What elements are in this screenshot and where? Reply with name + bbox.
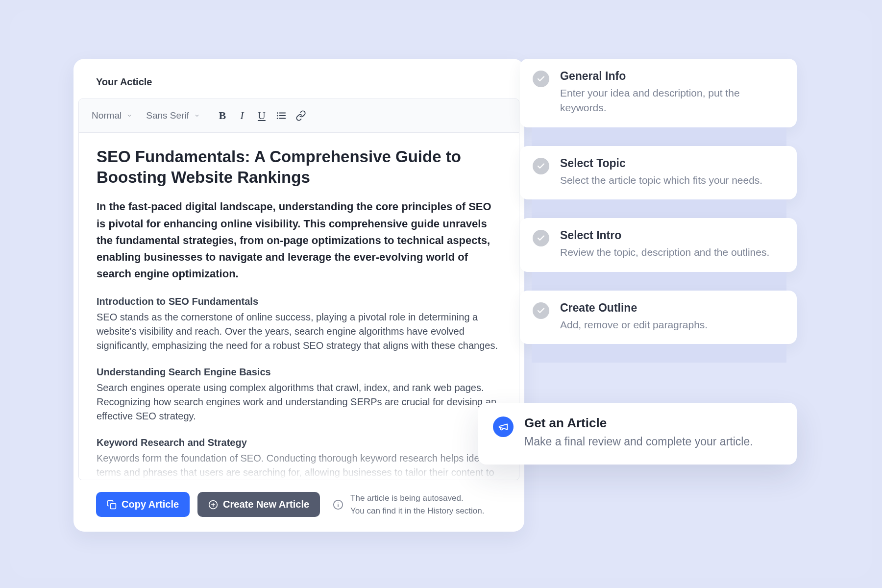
copy-article-button[interactable]: Copy Article: [96, 492, 190, 517]
section-body: Search engines operate using complex alg…: [97, 381, 501, 423]
editor-card: Your Acticle Normal Sans Serif B I U: [74, 59, 524, 532]
step-title: General Info: [560, 70, 782, 83]
step-general-info[interactable]: General Info Enter your idea and descrip…: [520, 59, 797, 127]
editor-footer: Copy Article Create New Article The arti…: [74, 480, 524, 532]
step-title: Create Outline: [560, 301, 708, 315]
article-title: SEO Fundamentals: A Comprehensive Guide …: [97, 147, 501, 188]
step-select-intro[interactable]: Select Intro Review the topic, descripti…: [520, 218, 797, 271]
article-section: Understanding Search Engine Basics Searc…: [97, 367, 501, 423]
step-connector: [532, 272, 786, 291]
editor-toolbar: Normal Sans Serif B I U: [79, 99, 519, 133]
section-body: Keywords form the foundation of SEO. Con…: [97, 451, 501, 480]
svg-point-3: [277, 112, 278, 114]
step-create-outline[interactable]: Create Outline Add, remove or edit parag…: [520, 291, 797, 344]
link-button[interactable]: [291, 107, 311, 124]
underline-icon: U: [258, 109, 266, 122]
chevron-down-icon: [126, 113, 132, 119]
bullet-list-button[interactable]: [271, 107, 291, 124]
font-family-select[interactable]: Sans Serif: [139, 107, 207, 124]
step-connector: [532, 344, 786, 363]
article-section: Keyword Research and Strategy Keywords f…: [97, 437, 501, 480]
step-connector: [532, 199, 786, 218]
check-icon: [533, 158, 549, 174]
editor-label: Your Acticle: [74, 76, 524, 98]
step-connector: [532, 127, 786, 146]
check-icon: [533, 230, 549, 246]
bold-icon: B: [219, 109, 226, 122]
article-body[interactable]: SEO Fundamentals: A Comprehensive Guide …: [79, 133, 519, 480]
underline-button[interactable]: U: [252, 107, 271, 124]
check-icon: [533, 302, 549, 319]
create-new-label: Create New Article: [223, 499, 309, 510]
copy-icon: [107, 500, 117, 510]
chevron-down-icon: [194, 113, 200, 119]
step-desc: Add, remove or edit paragraphs.: [560, 318, 708, 332]
step-title: Select Topic: [560, 157, 762, 170]
copy-article-label: Copy Article: [122, 499, 179, 510]
svg-point-12: [338, 502, 339, 503]
bold-button[interactable]: B: [213, 107, 232, 124]
step-desc: Enter your idea and description, put the…: [560, 86, 782, 116]
article-section: Introduction to SEO Fundamentals SEO sta…: [97, 296, 501, 353]
app-frame: Your Acticle Normal Sans Serif B I U: [10, 10, 872, 578]
create-new-article-button[interactable]: Create New Article: [197, 492, 320, 517]
italic-button[interactable]: I: [232, 107, 252, 124]
italic-icon: I: [240, 109, 244, 122]
list-icon: [276, 110, 287, 121]
step-title: Select Intro: [560, 229, 769, 242]
text-style-value: Normal: [92, 110, 122, 121]
editor-box: Normal Sans Serif B I U: [78, 98, 519, 480]
section-heading: Understanding Search Engine Basics: [97, 367, 501, 378]
section-body: SEO stands as the cornerstone of online …: [97, 310, 501, 353]
autosave-text: The article is being autosaved. You can …: [350, 492, 484, 517]
step-title: Get an Article: [524, 416, 753, 431]
font-family-value: Sans Serif: [146, 110, 189, 121]
svg-point-4: [277, 115, 278, 117]
steps-column: General Info Enter your idea and descrip…: [520, 59, 797, 363]
svg-rect-6: [111, 503, 116, 509]
check-icon: [533, 71, 549, 87]
step-desc: Make a final review and complete your ar…: [524, 434, 753, 450]
text-style-select[interactable]: Normal: [85, 107, 139, 124]
plus-circle-icon: [208, 500, 218, 510]
link-icon: [295, 110, 306, 121]
section-heading: Keyword Research and Strategy: [97, 437, 501, 448]
info-icon: [333, 499, 343, 510]
svg-point-5: [277, 118, 278, 119]
megaphone-icon: [493, 416, 514, 437]
step-get-article[interactable]: Get an Article Make a final review and c…: [478, 403, 797, 465]
step-select-topic[interactable]: Select Topic Select the article topic wh…: [520, 146, 797, 199]
article-lead: In the fast-paced digital landscape, und…: [97, 198, 501, 282]
autosave-notice: The article is being autosaved. You can …: [333, 492, 484, 517]
step-desc: Review the topic, description and the ou…: [560, 245, 769, 260]
section-heading: Introduction to SEO Fundamentals: [97, 296, 501, 307]
step-desc: Select the article topic which fits your…: [560, 173, 762, 188]
